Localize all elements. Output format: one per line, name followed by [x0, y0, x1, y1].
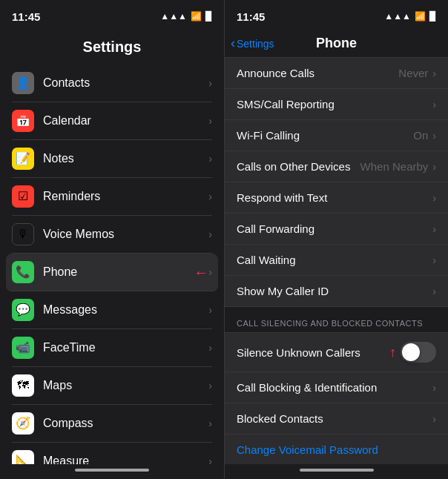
chevron-icon: ›: [208, 153, 212, 165]
chevron-icon: ›: [208, 266, 212, 278]
settings-item-maps[interactable]: 🗺Maps›: [12, 367, 212, 405]
reminders-label: Reminders: [43, 190, 208, 203]
right-item-calls-other-devices[interactable]: Calls on Other DevicesWhen Nearby›: [225, 151, 448, 182]
maps-icon: 🗺: [12, 374, 34, 397]
wifi-calling-label: Wi-Fi Calling: [237, 129, 413, 142]
right-header: ‹ Settings Phone: [225, 33, 448, 57]
chevron-icon: ›: [432, 285, 436, 297]
left-status-bar: 11:45 ▲▲▲ 📶 ▉: [0, 0, 224, 33]
chevron-icon: ›: [432, 99, 436, 110]
sms-reporting-label: SMS/Call Reporting: [237, 98, 432, 110]
right-item-blocked-contacts[interactable]: Blocked Contacts›: [225, 403, 448, 435]
settings-item-messages[interactable]: 💬Messages›: [12, 291, 212, 329]
calls-other-devices-label: Calls on Other Devices: [237, 160, 360, 173]
right-item-sms-reporting[interactable]: SMS/Call Reporting›: [225, 89, 448, 120]
right-status-bar: 11:45 ▲▲▲ 📶 ▉: [225, 0, 448, 33]
r-wifi-icon: 📶: [415, 11, 426, 22]
respond-with-text-label: Respond with Text: [237, 191, 432, 204]
calendar-icon: 📅: [12, 110, 34, 132]
right-item-call-waiting[interactable]: Call Waiting›: [225, 245, 448, 276]
call-forwarding-label: Call Forwarding: [237, 222, 432, 235]
right-item-call-forwarding[interactable]: Call Forwarding›: [225, 214, 448, 245]
settings-item-measure[interactable]: 📐Measure›: [12, 443, 212, 464]
right-status-icons: ▲▲▲ 📶 ▉: [384, 11, 436, 22]
measure-label: Measure: [43, 455, 208, 464]
right-item-show-caller-id[interactable]: Show My Caller ID›: [225, 276, 448, 307]
calendar-label: Calendar: [43, 114, 208, 128]
announce-calls-label: Announce Calls: [237, 67, 398, 79]
voicememos-label: Voice Memos: [43, 228, 208, 241]
back-button[interactable]: ‹ Settings: [231, 36, 274, 51]
chevron-icon: ›: [208, 455, 212, 464]
blocked-contacts-label: Blocked Contacts: [237, 412, 428, 425]
right-home-indicator: [225, 464, 448, 479]
messages-icon: 💬: [12, 299, 34, 321]
settings-item-facetime[interactable]: 📹FaceTime›: [12, 329, 212, 367]
home-bar: [75, 469, 149, 472]
phone-label: Phone: [43, 265, 188, 279]
settings-item-reminders[interactable]: ☑Reminders›: [12, 178, 212, 216]
right-item-call-blocking[interactable]: Call Blocking & Identification›: [225, 372, 448, 403]
right-item-announce-calls[interactable]: Announce CallsNever›: [225, 57, 448, 89]
blocked-section-group: Silence Unknown Callers↑Call Blocking & …: [225, 332, 448, 435]
settings-item-compass[interactable]: 🧭Compass›: [12, 405, 212, 443]
toggle-knob: [402, 343, 420, 361]
chevron-icon: ›: [432, 130, 436, 142]
left-header: Settings: [0, 33, 224, 65]
compass-label: Compass: [43, 417, 208, 430]
chevron-icon: ›: [208, 228, 212, 240]
chevron-icon: ›: [208, 191, 212, 202]
chevron-icon: ›: [208, 77, 212, 89]
measure-icon: 📐: [12, 450, 34, 464]
back-label: Settings: [237, 38, 274, 50]
left-status-icons: ▲▲▲ 📶 ▉: [160, 11, 212, 22]
right-item-wifi-calling[interactable]: Wi-Fi CallingOn›: [225, 120, 448, 151]
silence-unknown-toggle[interactable]: [401, 342, 436, 363]
back-chevron-icon: ‹: [231, 36, 235, 51]
settings-item-phone[interactable]: 📞Phone←›: [6, 254, 218, 291]
right-item-silence-unknown[interactable]: Silence Unknown Callers↑: [225, 332, 448, 372]
chevron-icon: ›: [208, 115, 212, 127]
announce-calls-value: Never: [398, 67, 428, 79]
change-voicemail-link[interactable]: Change Voicemail Password: [225, 435, 448, 464]
chevron-icon: ›: [208, 417, 212, 429]
chevron-icon: ›: [208, 342, 212, 354]
settings-item-calendar[interactable]: 📅Calendar›: [12, 102, 212, 140]
settings-title: Settings: [83, 39, 142, 55]
chevron-icon: ›: [432, 192, 436, 204]
left-time: 11:45: [12, 10, 40, 23]
facetime-icon: 📹: [12, 337, 34, 359]
settings-item-notes[interactable]: 📝Notes›: [12, 140, 212, 178]
messages-label: Messages: [43, 303, 208, 317]
settings-item-contacts[interactable]: 👤Contacts›: [12, 65, 212, 102]
phone-arrow-indicator: ←: [194, 264, 208, 281]
settings-item-voicememos[interactable]: 🎙Voice Memos›: [12, 216, 212, 254]
contacts-icon: 👤: [12, 72, 34, 94]
chevron-icon: ›: [432, 223, 436, 235]
reminders-icon: ☑: [12, 185, 34, 208]
chevron-icon: ›: [432, 382, 436, 394]
chevron-icon: ›: [208, 304, 212, 316]
battery-icon: ▉: [205, 11, 212, 22]
left-panel: 11:45 ▲▲▲ 📶 ▉ Settings 👤Contacts›📅Calend…: [0, 0, 224, 479]
blocked-section-label: CALL SILENCING AND BLOCKED CONTACTS: [225, 307, 448, 332]
right-time: 11:45: [237, 10, 265, 23]
notes-label: Notes: [43, 152, 208, 165]
calls-other-devices-value: When Nearby: [360, 160, 429, 173]
call-waiting-label: Call Waiting: [237, 254, 432, 266]
wifi-calling-value: On: [413, 129, 428, 142]
maps-label: Maps: [43, 379, 208, 392]
right-item-respond-with-text[interactable]: Respond with Text›: [225, 182, 448, 214]
chevron-icon: ›: [432, 67, 436, 79]
voicememos-icon: 🎙: [12, 223, 34, 245]
silence-unknown-label: Silence Unknown Callers: [237, 346, 389, 359]
chevron-icon: ›: [432, 413, 436, 425]
wifi-icon: 📶: [191, 11, 202, 22]
top-settings-group: Announce CallsNever›SMS/Call Reporting›W…: [225, 57, 448, 307]
contacts-label: Contacts: [43, 76, 208, 90]
signal-icon: ▲▲▲: [160, 11, 187, 22]
chevron-icon: ›: [432, 254, 436, 266]
right-content: Announce CallsNever›SMS/Call Reporting›W…: [225, 57, 448, 464]
left-home-indicator: [0, 464, 224, 479]
call-blocking-label: Call Blocking & Identification: [237, 381, 428, 394]
